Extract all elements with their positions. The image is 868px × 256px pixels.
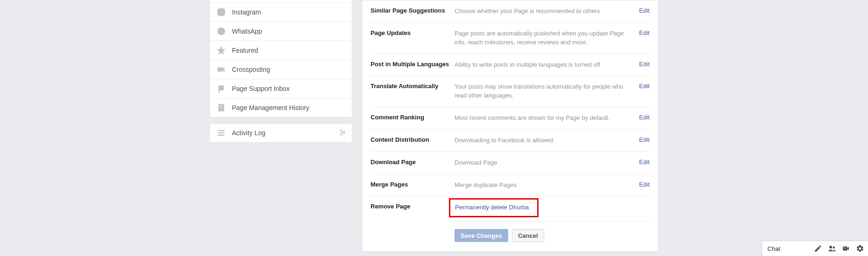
setting-label: Download Page	[371, 159, 455, 166]
setting-row-updates: Page Updates Page posts are automaticall…	[371, 22, 650, 54]
chat-dock[interactable]: Chat	[762, 241, 868, 256]
sidebar-item-support-inbox[interactable]: Page Support Inbox	[210, 79, 352, 98]
edit-link[interactable]: Edit	[639, 136, 650, 143]
setting-label: Remove Page	[371, 203, 455, 210]
setting-desc: Downloading to Facebook is allowed.	[455, 136, 639, 145]
sidebar-label: Instagram	[232, 8, 261, 16]
save-button[interactable]: Save Changes	[455, 229, 508, 242]
sidebar-label: Featured	[232, 47, 258, 54]
setting-row-translate: Translate Automatically Your posts may s…	[371, 76, 650, 107]
svg-rect-8	[220, 107, 223, 108]
setting-desc: Page posts are automatically published w…	[455, 29, 639, 47]
edit-link[interactable]: Edit	[639, 7, 650, 14]
flag-icon	[217, 84, 226, 93]
sidebar-item-activity-log[interactable]: Activity Log	[210, 124, 352, 142]
setting-label: Similar Page Suggestions	[371, 7, 455, 14]
svg-rect-16	[845, 247, 845, 249]
sidebar-label: Page Management History	[232, 104, 309, 111]
setting-desc: Download Page	[455, 159, 639, 167]
sidebar-item-whatsapp[interactable]: WhatsApp	[210, 21, 352, 41]
setting-row-multilang: Post in Multiple Languages Ability to wr…	[371, 54, 650, 76]
setting-desc: Permanently delete Dhurba	[455, 203, 650, 214]
permanently-delete-link[interactable]: Permanently delete Dhurba	[455, 203, 529, 212]
setting-row-merge: Merge Pages Merge duplicate Pages Edit	[371, 174, 650, 196]
form-actions: Save Changes Cancel	[455, 221, 650, 242]
setting-row-content: Content Distribution Downloading to Face…	[371, 129, 650, 152]
whatsapp-icon	[217, 27, 226, 36]
settings-sidebar: Instagram WhatsApp Featured	[210, 0, 352, 143]
sidebar-item-crossposting[interactable]: Crossposting	[210, 60, 352, 79]
sidebar-label: Crossposting	[232, 66, 270, 73]
sidebar-group-2: Activity Log	[210, 123, 352, 143]
setting-label: Translate Automatically	[371, 83, 455, 90]
instagram-icon	[217, 7, 226, 17]
setting-desc: Merge duplicate Pages	[455, 181, 639, 190]
setting-row-download: Download Page Download Page Edit	[371, 152, 650, 174]
star-icon	[217, 46, 226, 55]
setting-label: Content Distribution	[371, 136, 455, 143]
delete-highlight: Permanently delete Dhurba	[449, 198, 539, 217]
svg-point-3	[218, 28, 225, 35]
sidebar-item-history[interactable]: Page Management History	[210, 98, 352, 117]
edit-link[interactable]: Edit	[639, 114, 650, 121]
setting-label: Merge Pages	[371, 181, 455, 188]
svg-point-1	[220, 11, 223, 14]
svg-point-13	[833, 247, 835, 249]
edit-link[interactable]: Edit	[639, 159, 650, 166]
edit-link[interactable]: Edit	[639, 29, 650, 36]
svg-rect-10	[218, 132, 224, 133]
setting-label: Post in Multiple Languages	[371, 61, 455, 68]
setting-desc: Your posts may show translations automat…	[455, 83, 639, 100]
list-icon	[217, 128, 226, 138]
svg-point-2	[223, 10, 224, 11]
sidebar-label: Page Support Inbox	[232, 85, 290, 92]
new-room-icon[interactable]	[842, 244, 850, 253]
sidebar-item-featured[interactable]: Featured	[210, 41, 352, 60]
settings-main: Similar Page Suggestions Choose whether …	[362, 0, 658, 252]
svg-rect-11	[218, 135, 224, 136]
setting-label: Page Updates	[371, 29, 455, 36]
people-icon[interactable]	[828, 244, 836, 253]
setting-row-ranking: Comment Ranking Most recent comments are…	[371, 107, 650, 129]
sidebar-item-instagram[interactable]: Instagram	[210, 2, 352, 21]
edit-link[interactable]: Edit	[639, 83, 650, 90]
svg-rect-5	[219, 85, 220, 92]
setting-row-similar: Similar Page Suggestions Choose whether …	[371, 0, 650, 22]
setting-desc: Choose whether your Page is recommended …	[455, 7, 639, 16]
gear-icon[interactable]	[856, 244, 864, 253]
sidebar-label: Activity Log	[232, 129, 266, 137]
edit-link[interactable]: Edit	[639, 61, 650, 68]
svg-rect-9	[218, 130, 224, 131]
cancel-button[interactable]: Cancel	[512, 229, 544, 242]
svg-point-12	[829, 246, 832, 249]
setting-label: Comment Ranking	[371, 114, 455, 121]
camera-icon	[217, 65, 226, 74]
setting-desc: Ability to write posts in multiple langu…	[455, 61, 639, 69]
exit-icon	[339, 128, 347, 138]
compose-icon[interactable]	[814, 244, 822, 253]
chat-label: Chat	[768, 245, 780, 252]
sidebar-label: WhatsApp	[232, 28, 262, 35]
setting-desc: Most recent comments are shown for my Pa…	[455, 114, 639, 123]
svg-rect-7	[220, 106, 223, 107]
sidebar-group-1: Instagram WhatsApp Featured	[210, 0, 352, 118]
doc-icon	[217, 103, 226, 112]
setting-row-remove: Remove Page Permanently delete Dhurba	[371, 196, 650, 221]
edit-link[interactable]: Edit	[639, 181, 650, 188]
